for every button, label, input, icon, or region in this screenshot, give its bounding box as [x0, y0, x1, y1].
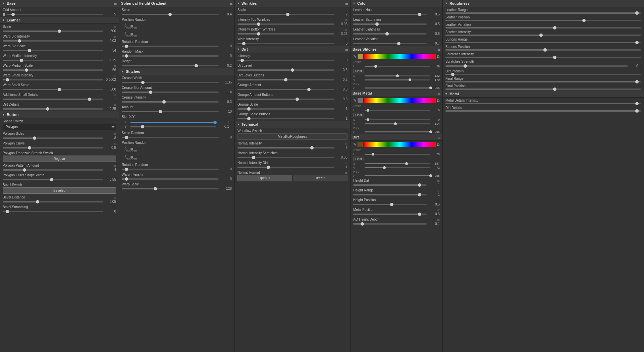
metal-details-intensity-row: Metal Details Intensity [443, 98, 644, 105]
normal-format-btn-group[interactable]: OpenGL DirectX [237, 175, 347, 181]
trapezoid-regular-btn[interactable]: Regular [3, 156, 116, 162]
x-random-dot-stitch[interactable] [130, 148, 133, 151]
normal-intensity-scratches-row: Normal Intensity Scratches ⚌ 0.05 [235, 150, 350, 160]
h-slider-dirt: H 29 [351, 152, 442, 156]
warp-big-scale-row: Warp Big Scale ⚌ 34 [0, 43, 119, 53]
section-technical-header[interactable]: ▼ Technical [235, 121, 350, 128]
grunge-amount-row: Grunge Amount 0.8 [235, 82, 350, 92]
polygon-curve-row: Polygon Curve ⚌ -0.5 [0, 140, 119, 150]
section-base-metal-header[interactable]: Base Metal ⚌ [351, 90, 442, 97]
panel-stitches: Spherical Height Gradient ⚌ Scale 0.4 Po… [119, 0, 235, 352]
section-color-header[interactable]: ▼ Color [351, 0, 442, 7]
section-dirt-header[interactable]: ▼ Dirt ⚌ [235, 46, 350, 53]
dirt-color-bar[interactable] [364, 142, 436, 147]
bevel-switch-row: Bevel Switch ⚌ Beveled [0, 182, 119, 194]
base-stitches-swatch[interactable] [358, 54, 363, 59]
base-stitches-color-bar[interactable] [364, 54, 436, 59]
pipette-icon-dirt[interactable]: ✎ [353, 142, 357, 147]
pipette-icon-metal[interactable]: ✎ [353, 98, 357, 103]
wrinkle-warp-intensity-row: Warp Intensity ⚌ 0 [235, 36, 350, 46]
crease-blur-row: Crease Blur Amount 1.4 [119, 85, 234, 95]
arrow-base: ▼ [2, 2, 5, 5]
polygon-sides-row: Polygon Sides ⚌ 8 [0, 131, 119, 140]
section-base-header[interactable]: ▼ Base ⚌ [0, 0, 119, 7]
shape-switch-row: Shape Switch ⚌ Polygon [0, 118, 119, 131]
section-wrinkles-header[interactable]: ▼ Wrinkles ⚌ [235, 0, 350, 7]
normal-opengl-btn[interactable]: OpenGL [237, 175, 292, 181]
section-roughness-header[interactable]: ▼ Roughness [443, 0, 644, 7]
roughness-leather-position-row: Leather Position [443, 14, 644, 22]
grid-amount-label: Grid Amount ⚌ [3, 8, 116, 12]
shape-switch-dropdown[interactable]: Polygon [3, 124, 116, 130]
section-metal-label: Metal [449, 92, 459, 96]
copy-icon-metal[interactable]: ⧉ [437, 98, 440, 103]
srgb-label-stitches: sRGB [351, 60, 442, 64]
bevel-switch-btn-group[interactable]: Beveled [3, 187, 116, 194]
base-metal-swatch[interactable] [358, 98, 363, 103]
intensity-bottom-wrinkles-row: Intensity Bottom Wrinkles ⚌ 0.06 [235, 26, 350, 36]
leather-variation-row: Leather Variation 0.7 [351, 36, 442, 46]
additional-small-details-row: Additional Small Details ⚌ 1 [0, 92, 119, 102]
sph-rotation-random-row: Rotation Random 0 [119, 39, 234, 49]
section-stitches-header[interactable]: ▼ Stitches [119, 68, 234, 75]
grid-amount-slider[interactable]: 5 [3, 12, 116, 16]
grunge-amount-buttons-row: Grunge Amount Buttons 0.5 [235, 92, 350, 102]
metal-dirt-details-row: Dirt Details [443, 105, 644, 112]
srgb-label-dirt: sRGB [351, 148, 442, 152]
base-metal-color-bar[interactable] [364, 98, 436, 103]
section-base-stitches-header[interactable]: Base Stitches ⚌ [351, 46, 442, 53]
section-dirt-color-header[interactable]: Dirt ⚌ [351, 134, 442, 141]
size-xy-row: Size X/Y X 1 Y 0.1 [119, 114, 234, 130]
normal-directx-btn[interactable]: DirectX [293, 175, 347, 181]
y-random-dot-stitch[interactable] [130, 156, 133, 159]
leather-saturation-row: Leather Saturation 0.5 [351, 17, 442, 26]
float-btn-stitches[interactable]: Float [353, 69, 364, 73]
wrinkle-scale-row: Scale 2 [235, 7, 350, 17]
roughness-buttons-position-row: Buttons Position [443, 44, 644, 51]
crease-width-row: Crease Width 1.35 [119, 75, 234, 85]
s-slider-dirt: S 157 [351, 162, 442, 166]
leather-dirt-details-row: Dirt Details ⚌ 0.25 [0, 102, 119, 111]
float-btn-metal[interactable]: Float [353, 113, 364, 117]
panel-color: ▼ Color Leather Hue 0.5 Leather Saturati… [351, 0, 443, 352]
float-btn-dirt[interactable]: Float [353, 157, 364, 161]
bevel-beveled-btn[interactable]: Beveled [3, 187, 116, 194]
intensity-top-wrinkles-row: Intensity Top Wrinkles ⚌ 0.06 [235, 17, 350, 26]
section-spherical-header[interactable]: Spherical Height Gradient ⚌ [119, 0, 234, 7]
panel-roughness: ▼ Roughness Leather Range Leather Positi… [443, 0, 644, 352]
v-slider-metal: V 114 [351, 122, 442, 126]
polygon-outer-width-row: Polygon Outer Shape Width ⚌ 0.55 [0, 172, 119, 182]
copy-icon-dirt[interactable]: ⧉ [437, 142, 440, 147]
scratches-strength-row: Scratches Strength 0.1 [443, 59, 644, 68]
x-random-dot-sph[interactable] [130, 25, 133, 27]
expand-base[interactable]: ⚌ [114, 2, 117, 5]
pipette-icon-stitches[interactable]: ✎ [353, 54, 357, 59]
metal-position-row: Metal Position ⚌ 0.5 [351, 207, 442, 217]
normal-intensity-dirt-row: Normal Intensity Dirt ⚌ 1 [235, 160, 350, 170]
roughness-dirt-intensity-row: Dirt Intensity [443, 68, 644, 76]
srgb-label-metal: sRGB [351, 104, 442, 108]
section-metal-header[interactable]: ▼ Metal [443, 91, 644, 98]
warp-medium-intensity-row: Warp Medium Intensity ⚌ 0.015 [0, 53, 119, 63]
stitch-amount-row: Amount 10 [119, 104, 234, 114]
dirt-swatch[interactable] [358, 142, 363, 147]
copy-icon-stitches[interactable]: ⧉ [437, 54, 440, 59]
section-leather-header[interactable]: ▼ Leather [0, 17, 119, 24]
y-random-dot-sph[interactable] [130, 33, 133, 36]
section-dirt-color-label: Dirt [353, 135, 359, 139]
grid-amount-row: Grid Amount ⚌ 5 [0, 7, 119, 17]
grunge-scale-buttons-row: Grunge Scale Buttons 1 [235, 111, 350, 121]
polygon-trapezoid-row: Polygon Trapezoid Stretch Switch ⚌ Regul… [0, 150, 119, 163]
h-slider-metal: H 0 [351, 108, 442, 112]
normal-format-row: Normal Format ⚌ OpenGL DirectX [235, 170, 350, 182]
section-roughness-label: Roughness [449, 1, 470, 5]
section-button-header[interactable]: ▼ Button [0, 111, 119, 118]
dirt-intensity-row: Intensity 0 [235, 53, 350, 63]
workflow-display[interactable]: Metallic/Roughness [237, 133, 347, 140]
trapezoid-btn-group[interactable]: Regular [3, 156, 116, 162]
roughness-scratches-intensity-row: Scratches Intensity [443, 51, 644, 59]
leather-lightness-row: Leather Lightness 0.5 [351, 26, 442, 36]
base-stitches-color-row: ✎ ⧉ [351, 53, 442, 60]
roughness-stitches-intensity-row: Stitches Intensity [443, 29, 644, 37]
dirt-color-row: ✎ ⧉ [351, 141, 442, 148]
